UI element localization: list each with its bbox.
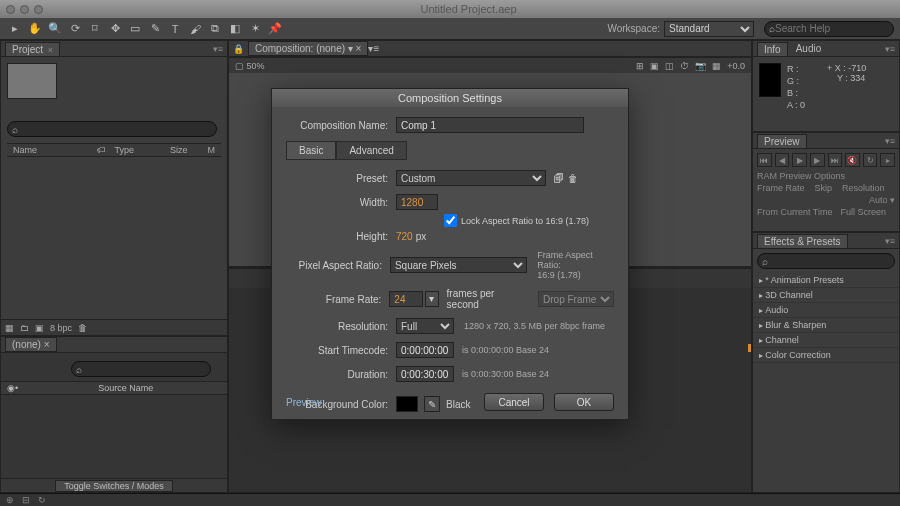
info-tab[interactable]: Info xyxy=(757,42,788,56)
basic-tab[interactable]: Basic xyxy=(286,141,336,160)
first-frame-icon[interactable]: ⏮ xyxy=(757,153,772,167)
panel-menu-icon[interactable]: ▾≡ xyxy=(368,43,379,54)
hand-tool-icon[interactable]: ✋ xyxy=(26,20,44,38)
roto-tool-icon[interactable]: ✶ xyxy=(246,20,264,38)
col-m[interactable]: M xyxy=(202,145,222,155)
effect-category[interactable]: * Animation Presets xyxy=(753,273,899,288)
zoom-tool-icon[interactable]: 🔍 xyxy=(46,20,64,38)
effect-category[interactable]: Channel xyxy=(753,333,899,348)
zoom-select[interactable]: ▢ 50% xyxy=(235,61,265,71)
start-timecode-input[interactable] xyxy=(396,342,454,358)
comp-name-input[interactable] xyxy=(396,117,584,133)
framerate-input[interactable] xyxy=(389,291,423,307)
shape-tool-icon[interactable]: ▭ xyxy=(126,20,144,38)
ok-button[interactable]: OK xyxy=(554,393,614,411)
window-controls[interactable] xyxy=(6,5,43,14)
panel-menu-icon[interactable]: ▾≡ xyxy=(885,44,895,54)
play-icon[interactable]: ▶ xyxy=(792,153,807,167)
help-search-input[interactable] xyxy=(775,23,889,34)
comp-tab[interactable]: Composition: (none) ▾ × xyxy=(248,41,368,56)
effects-search[interactable]: ⌕ xyxy=(757,253,895,269)
text-tool-icon[interactable]: T xyxy=(166,20,184,38)
col-source-name[interactable]: Source Name xyxy=(98,383,153,393)
loop-icon[interactable]: ↻ xyxy=(863,153,878,167)
effects-list: * Animation Presets 3D Channel Audio Blu… xyxy=(753,273,899,363)
trash-icon[interactable]: 🗑 xyxy=(78,323,87,333)
info-g: G : xyxy=(787,75,805,87)
pan-behind-tool-icon[interactable]: ✥ xyxy=(106,20,124,38)
framerate-label: Frame Rate xyxy=(757,183,805,193)
mute-icon[interactable]: 🔇 xyxy=(845,153,860,167)
height-value[interactable]: 720 xyxy=(396,231,413,242)
panel-menu-icon[interactable]: ▾≡ xyxy=(885,236,895,246)
project-search[interactable]: ⌕ xyxy=(7,121,217,137)
audio-tab[interactable]: Audio xyxy=(790,42,828,55)
region-icon[interactable]: ◫ xyxy=(665,61,674,71)
cancel-button[interactable]: Cancel xyxy=(484,393,544,411)
lock-icon[interactable]: 🔒 xyxy=(233,44,244,54)
resolution-select[interactable]: Full xyxy=(396,318,454,334)
rotate-tool-icon[interactable]: ⟳ xyxy=(66,20,84,38)
framerate-menu-icon[interactable]: ▾ xyxy=(425,291,438,307)
from-current-label[interactable]: From Current Time xyxy=(757,207,833,217)
exposure-value[interactable]: +0.0 xyxy=(727,61,745,71)
toggle-switches-button[interactable]: Toggle Switches / Modes xyxy=(55,480,173,492)
grid-icon[interactable]: ⊞ xyxy=(636,61,644,71)
par-select[interactable]: Square Pixels xyxy=(390,257,527,273)
ram-preview-icon[interactable]: ▸ xyxy=(880,153,895,167)
workspace-select[interactable]: Standard xyxy=(664,21,754,37)
status-icon[interactable]: ⊕ xyxy=(6,495,14,505)
clone-tool-icon[interactable]: ⧉ xyxy=(206,20,224,38)
folder-icon[interactable]: 🗀 xyxy=(20,323,29,333)
info-y: Y : 334 xyxy=(837,73,866,83)
effect-category[interactable]: Blur & Sharpen xyxy=(753,318,899,333)
delete-preset-icon[interactable]: 🗑 xyxy=(568,173,578,184)
timecode-icon[interactable]: ⏱ xyxy=(680,61,689,71)
effects-tab[interactable]: Effects & Presets xyxy=(757,234,848,248)
pen-tool-icon[interactable]: ✎ xyxy=(146,20,164,38)
last-frame-icon[interactable]: ⏭ xyxy=(828,153,843,167)
panel-menu-icon[interactable]: ▾≡ xyxy=(885,136,895,146)
save-preset-icon[interactable]: 🗐 xyxy=(554,173,564,184)
advanced-tab[interactable]: Advanced xyxy=(336,141,406,160)
eraser-tool-icon[interactable]: ◧ xyxy=(226,20,244,38)
duration-input[interactable] xyxy=(396,366,454,382)
brush-tool-icon[interactable]: 🖌 xyxy=(186,20,204,38)
preview-tab[interactable]: Preview xyxy=(757,134,807,148)
col-type[interactable]: 🏷 Type xyxy=(91,145,146,155)
camera-tool-icon[interactable]: ⌑ xyxy=(86,20,104,38)
status-icon[interactable]: ⊟ xyxy=(22,495,30,505)
full-screen-label[interactable]: Full Screen xyxy=(841,207,887,217)
timeline-search-input[interactable] xyxy=(82,364,206,375)
project-tab[interactable]: Project × xyxy=(5,42,60,56)
eye-icon[interactable]: ◉ xyxy=(7,383,15,393)
effect-category[interactable]: Audio xyxy=(753,303,899,318)
lock-col-icon[interactable]: • xyxy=(15,383,18,393)
timeline-tab[interactable]: (none) × xyxy=(5,337,57,352)
prev-frame-icon[interactable]: ◀ xyxy=(775,153,790,167)
col-name[interactable]: Name xyxy=(7,145,43,155)
effect-category[interactable]: Color Correction xyxy=(753,348,899,363)
next-frame-icon[interactable]: ▶ xyxy=(810,153,825,167)
preset-select[interactable]: Custom xyxy=(396,170,546,186)
selection-tool-icon[interactable]: ▸ xyxy=(6,20,24,38)
col-size[interactable]: Size xyxy=(164,145,194,155)
mask-icon[interactable]: ▣ xyxy=(650,61,659,71)
project-search-input[interactable] xyxy=(18,124,212,135)
bpc-label[interactable]: 8 bpc xyxy=(50,323,72,333)
snapshot-icon[interactable]: 📷 xyxy=(695,61,706,71)
help-search[interactable]: ⌕ xyxy=(764,21,894,37)
effects-search-input[interactable] xyxy=(768,256,890,267)
comp-icon[interactable]: ▣ xyxy=(35,323,44,333)
effect-category[interactable]: 3D Channel xyxy=(753,288,899,303)
project-columns: Name 🏷 Type Size M xyxy=(7,143,221,157)
width-input[interactable] xyxy=(396,194,438,210)
timeline-search[interactable]: ⌕ xyxy=(71,361,211,377)
puppet-tool-icon[interactable]: 📌 xyxy=(266,20,284,38)
channel-icon[interactable]: ▦ xyxy=(712,61,721,71)
interpret-icon[interactable]: ▦ xyxy=(5,323,14,333)
lock-aspect-checkbox[interactable]: Lock Aspect Ratio to 16:9 (1.78) xyxy=(444,214,589,227)
status-icon[interactable]: ↻ xyxy=(38,495,46,505)
panel-menu-icon[interactable]: ▾≡ xyxy=(213,44,223,54)
preview-toggle[interactable]: Preview xyxy=(286,397,322,408)
